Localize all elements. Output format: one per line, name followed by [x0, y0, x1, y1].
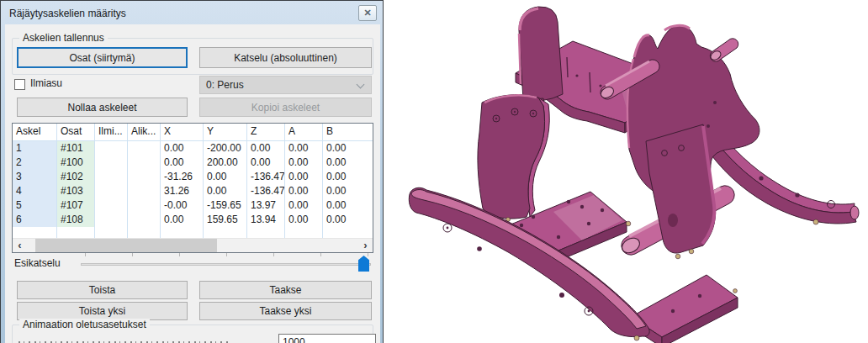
cell-alikokoonpano	[128, 198, 161, 213]
cell-y: 159.65	[204, 213, 247, 227]
cell-askel: 4	[13, 184, 57, 198]
cell-z: 13.97	[247, 198, 285, 213]
cell-askel: 6	[13, 213, 57, 227]
title-bar[interactable]: Räjäytysaskelien määritys ✕	[2, 2, 382, 24]
cell-alikokoonpano	[128, 184, 161, 198]
cell-a: 0.00	[285, 198, 323, 213]
table-row[interactable]: 6 #108 0.00 159.65 13.94 0.00 0.00	[13, 213, 373, 227]
cell-x: 0.00	[161, 156, 204, 170]
view-select[interactable]: 0: Perus	[199, 76, 372, 94]
header-alikokoonpano[interactable]: Alik...	[128, 124, 161, 140]
cell-ilmiasu	[95, 170, 128, 184]
cell-b: 0.00	[323, 156, 373, 170]
header-a[interactable]: A	[285, 124, 323, 140]
appearance-checkbox-label: Ilmiasu	[30, 77, 62, 89]
back-button[interactable]: Taakse	[199, 281, 372, 299]
cell-z: -136.47	[247, 184, 285, 198]
explode-steps-dialog: Räjäytysaskelien määritys ✕ Askelien tal…	[0, 0, 384, 343]
cell-askel: 1	[13, 141, 57, 156]
cell-a: 0.00	[285, 170, 323, 184]
steps-table-header: Askel Osat Ilmi... Alik... X Y Z A B	[13, 124, 373, 141]
cell-osat: #103	[57, 184, 95, 198]
cell-x: -0.00	[161, 198, 204, 213]
cell-osat: #102	[57, 170, 95, 184]
horizontal-scrollbar[interactable]: ‹ ›	[13, 238, 373, 252]
table-row[interactable]: 3 #102 -31.26 0.00 -136.47 0.00 0.00	[13, 170, 373, 184]
parts-transition-button[interactable]: Osat (siirtymä)	[17, 47, 188, 68]
cell-a: 0.00	[285, 141, 323, 156]
cell-ilmiasu	[95, 213, 128, 227]
scroll-right-icon[interactable]: ›	[358, 239, 373, 252]
cell-ilmiasu	[95, 184, 128, 198]
cell-z: 0.00	[247, 156, 285, 170]
cell-y: 0.00	[204, 184, 247, 198]
back-one-button[interactable]: Taakse yksi	[199, 302, 372, 320]
cell-a: 0.00	[285, 184, 323, 198]
cell-x: 31.26	[161, 184, 204, 198]
view-absolute-button[interactable]: Katselu (absoluuttinen)	[199, 47, 372, 68]
side-panel-left[interactable]	[478, 95, 549, 222]
table-row[interactable]: 2 #100 0.00 200.00 0.00 0.00 0.00	[13, 156, 373, 170]
cell-z: 0.00	[247, 141, 285, 156]
preview-label: Esikatselu	[14, 257, 61, 269]
cell-z: -136.47	[247, 170, 285, 184]
reset-steps-button[interactable]: Nollaa askeleet	[17, 98, 188, 117]
dialog-body: Askelien tallennus Osat (siirtymä) Katse…	[5, 24, 380, 343]
cell-alikokoonpano	[128, 156, 161, 170]
cell-y: 0.00	[204, 170, 247, 184]
cell-osat: #101	[57, 141, 95, 156]
cell-osat: #100	[57, 156, 95, 170]
dialog-title: Räjäytysaskelien määritys	[9, 8, 358, 19]
save-steps-group-title: Askelien tallennus	[19, 32, 108, 44]
cell-b: 0.00	[323, 198, 373, 213]
header-ilmiasu[interactable]: Ilmi...	[95, 124, 128, 140]
cell-alikokoonpano	[128, 170, 161, 184]
close-icon[interactable]: ✕	[358, 5, 377, 21]
cell-y: -200.00	[204, 141, 247, 156]
play-one-button[interactable]: Toista yksi	[17, 302, 188, 320]
cell-askel: 2	[13, 156, 57, 170]
cell-b: 0.00	[323, 184, 373, 198]
header-b[interactable]: B	[323, 124, 373, 140]
animation-defaults-title: Animaation oletusasetukset	[19, 319, 150, 330]
cell-ilmiasu	[95, 141, 128, 156]
cell-a: 0.00	[285, 213, 323, 227]
slider-ticks	[85, 253, 371, 256]
table-row[interactable]: 5 #107 -0.00 -159.65 13.97 0.00 0.00	[13, 198, 373, 213]
cell-osat: #108	[57, 213, 95, 227]
cell-y: -159.65	[204, 198, 247, 213]
table-row[interactable]: 4 #103 31.26 0.00 -136.47 0.00 0.00	[13, 184, 373, 198]
copy-steps-button[interactable]: Kopioi askeleet	[199, 98, 372, 117]
cell-alikokoonpano	[128, 213, 161, 227]
animation-duration-input[interactable]	[278, 334, 376, 343]
steps-table: Askel Osat Ilmi... Alik... X Y Z A B 1 #…	[12, 123, 373, 253]
preview-slider[interactable]	[81, 263, 371, 266]
header-z[interactable]: Z	[247, 124, 285, 140]
header-osat[interactable]: Osat	[57, 124, 95, 140]
view-select-value: 0: Perus	[206, 79, 244, 91]
play-button[interactable]: Toista	[17, 281, 188, 299]
cell-ilmiasu	[95, 156, 128, 170]
header-y[interactable]: Y	[204, 124, 247, 140]
cell-y: 200.00	[204, 156, 247, 170]
header-askel[interactable]: Askel	[13, 124, 57, 140]
scroll-left-icon[interactable]: ‹	[13, 239, 27, 252]
header-x[interactable]: X	[161, 124, 204, 140]
viewport-3d[interactable]	[384, 0, 868, 343]
cell-x: 0.00	[161, 141, 204, 156]
cell-askel: 5	[13, 198, 57, 213]
cell-x: 0.00	[161, 213, 204, 227]
cell-a: 0.00	[285, 156, 323, 170]
appearance-checkbox[interactable]	[14, 79, 25, 90]
cell-alikokoonpano	[128, 141, 161, 156]
cell-b: 0.00	[323, 213, 373, 227]
table-empty-area	[13, 227, 373, 238]
slider-thumb[interactable]	[358, 256, 369, 272]
cell-ilmiasu	[95, 198, 128, 213]
scrollbar-thumb[interactable]	[35, 239, 217, 252]
table-row[interactable]: 1 #101 0.00 -200.00 0.00 0.00 0.00	[13, 141, 373, 156]
cell-askel: 3	[13, 170, 57, 184]
cell-osat: #107	[57, 198, 95, 213]
cell-z: 13.94	[247, 213, 285, 227]
cell-b: 0.00	[323, 141, 373, 156]
